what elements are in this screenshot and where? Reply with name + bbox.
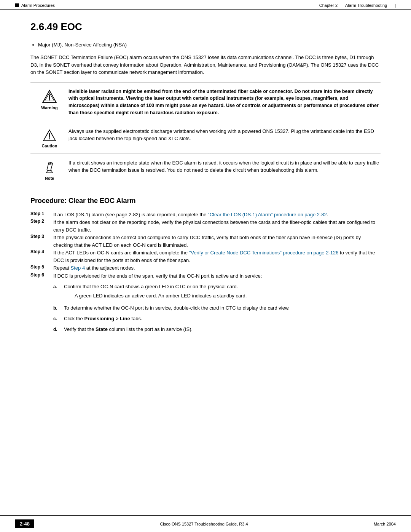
page-footer: 2-48 Cisco ONS 15327 Troubleshooting Gui…	[0, 515, 411, 532]
substep-d-text-before: Verify that the	[64, 326, 96, 332]
substep-c-bold: Provisioning > Line	[84, 316, 130, 321]
substep-a-label: a.	[53, 283, 64, 291]
substep-c-text-after: tabs.	[130, 316, 142, 321]
caution-notice: Caution Always use the supplied electros…	[30, 122, 381, 154]
svg-point-6	[49, 138, 50, 139]
section-title: 2.6.49 EOC	[30, 21, 381, 33]
step-1-link[interactable]: "Clear the LOS (DS-1) Alarm" procedure o…	[208, 212, 327, 217]
footer-page-number: 2-48	[15, 519, 34, 528]
substep-a-row: a. Confirm that the OC-N card shows a gr…	[53, 283, 381, 301]
step-5-label: Step 5	[30, 264, 53, 272]
note-label: Note	[45, 176, 54, 181]
step-1-text-before: If an LOS (DS-1) alarm (see page 2-82) i…	[53, 212, 208, 217]
substep-c-content: Click the Provisioning > Line tabs.	[64, 315, 142, 323]
caution-icon-col: Caution	[30, 128, 68, 148]
step-4-link[interactable]: "Verify or Create Node DCC Terminations"…	[189, 250, 339, 256]
step-3-row: Step 3 If the physical connections are c…	[30, 234, 381, 249]
svg-line-12	[49, 164, 52, 165]
substep-b-row: b. To determine whether the OC-N port is…	[53, 304, 381, 312]
step-1-text-after: .	[327, 212, 328, 217]
svg-line-11	[49, 163, 52, 164]
substep-c-label: c.	[53, 315, 64, 323]
substep-b-text: To determine whether the OC-N port is in…	[64, 304, 290, 312]
warning-icon	[42, 89, 57, 104]
procedure-title: Procedure: Clear the EOC Alarm	[30, 197, 381, 205]
step-6-text: If DCC is provisioned for the ends of th…	[53, 273, 262, 279]
step-1-row: Step 1 If an LOS (DS-1) alarm (see page …	[30, 211, 381, 219]
step-3-content: If the physical connections are correct …	[53, 234, 381, 249]
svg-point-3	[49, 99, 50, 100]
step-5-row: Step 5 Repeat Step 4 at the adjacent nod…	[30, 264, 381, 272]
substep-a-note: A green LED indicates an active card. An…	[64, 292, 247, 300]
header-left: Alarm Procedures	[15, 3, 55, 8]
warning-label: Warning	[41, 105, 58, 110]
svg-line-9	[51, 170, 53, 173]
caution-label: Caution	[42, 144, 57, 148]
footer-date: March 2004	[374, 522, 396, 526]
note-notice: Note If a circuit shows an incomplete st…	[30, 154, 381, 186]
warning-icon-col: Warning	[30, 88, 68, 110]
header-section: Alarm Troubleshooting	[345, 3, 387, 8]
substep-d-row: d. Verify that the State column lists th…	[53, 326, 381, 333]
caution-text: Always use the supplied electrostatic di…	[68, 128, 381, 142]
step-2-row: Step 2 If the alarm does not clear on th…	[30, 219, 381, 234]
substep-a-text: Confirm that the OC-N card shows a green…	[64, 283, 247, 291]
step-4-text-before: If the ACT LEDs on OC-N cards are illumi…	[53, 250, 189, 256]
svg-line-8	[46, 170, 48, 173]
bullet-list: Major (MJ), Non-Service Affecting (NSA)	[38, 42, 381, 48]
step-6-content: If DCC is provisioned for the ends of th…	[53, 272, 381, 337]
substep-d-label: d.	[53, 326, 64, 333]
step-4-label: Step 4	[30, 249, 53, 264]
note-icon	[43, 161, 56, 174]
main-content: 2.6.49 EOC Major (MJ), Non-Service Affec…	[0, 10, 411, 359]
step-1-label: Step 1	[30, 211, 53, 219]
substep-a-content: Confirm that the OC-N card shows a green…	[64, 283, 247, 301]
header-right: Chapter 2 Alarm Troubleshooting |	[319, 3, 396, 8]
step-2-label: Step 2	[30, 219, 53, 234]
substep-b-label: b.	[53, 304, 64, 312]
step-6-substeps: a. Confirm that the OC-N card shows a gr…	[53, 283, 381, 334]
note-icon-col: Note	[30, 159, 68, 181]
step-1-content: If an LOS (DS-1) alarm (see page 2-82) i…	[53, 211, 381, 219]
header-chapter: Chapter 2	[319, 3, 338, 8]
bullet-item-1: Major (MJ), Non-Service Affecting (NSA)	[38, 42, 381, 48]
substep-d-bold: State	[96, 326, 108, 332]
note-text: If a circuit shows an incomplete state w…	[68, 159, 381, 174]
step-4-row: Step 4 If the ACT LEDs on OC-N cards are…	[30, 249, 381, 264]
step-5-content: Repeat Step 4 at the adjacent nodes.	[53, 264, 381, 272]
page-header: Alarm Procedures Chapter 2 Alarm Trouble…	[0, 0, 411, 10]
step-2-content: If the alarm does not clear on the repor…	[53, 219, 381, 234]
step-4-content: If the ACT LEDs on OC-N cards are illumi…	[53, 249, 381, 264]
caution-icon	[43, 129, 56, 142]
substep-c-text-before: Click the	[64, 316, 84, 321]
step-6-row: Step 6 If DCC is provisioned for the end…	[30, 272, 381, 337]
substep-d-content: Verify that the State column lists the p…	[64, 326, 193, 333]
footer-center-text: Cisco ONS 15327 Troubleshooting Guide, R…	[160, 522, 248, 526]
steps-table: Step 1 If an LOS (DS-1) alarm (see page …	[30, 211, 381, 337]
step-3-label: Step 3	[30, 234, 53, 249]
step-5-text-after: at the adjacent nodes.	[85, 265, 135, 271]
step-5-text-before: Repeat	[53, 265, 71, 271]
header-bar: |	[395, 3, 396, 8]
intro-paragraph: The SONET DCC Termination Failure (EOC) …	[30, 54, 381, 76]
header-left-text: Alarm Procedures	[21, 3, 55, 8]
step-5-link[interactable]: Step 4	[71, 265, 85, 271]
header-square-icon	[15, 3, 19, 7]
warning-notice: Warning Invisible laser radiation might …	[30, 82, 381, 122]
substep-d-text-after: column lists the port as in service (IS)…	[108, 326, 193, 332]
warning-text: Invisible laser radiation might be emitt…	[68, 88, 381, 117]
step-6-label: Step 6	[30, 272, 53, 337]
substep-c-row: c. Click the Provisioning > Line tabs.	[53, 315, 381, 323]
